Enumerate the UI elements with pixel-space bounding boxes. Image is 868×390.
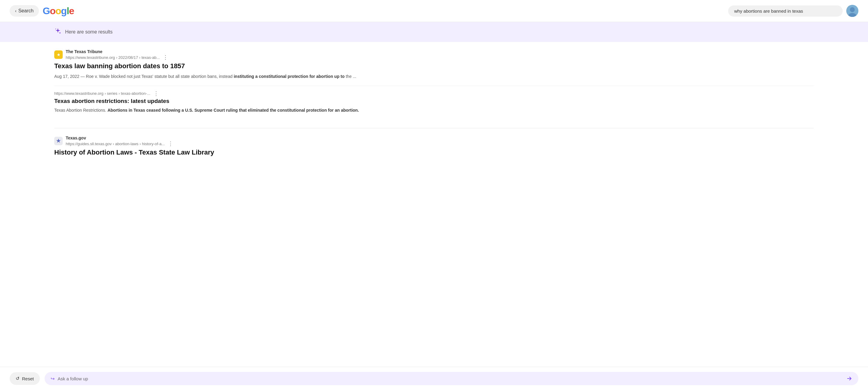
source-url-2: https://guides.sll.texas.gov › abortion-… [66,142,165,146]
source-info: The Texas Tribune https://www.texastribu… [66,49,169,60]
bottom-bar: ↺ Reset ↪ Ask a follow up [0,367,868,390]
source-favicon-2 [54,137,63,145]
sub-result-url: https://www.texastribune.org › series › … [54,91,150,96]
chevron-left-icon: ‹ [15,8,17,13]
result-title-2[interactable]: History of Abortion Laws - Texas State L… [54,148,814,157]
source-url-row-2: https://guides.sll.texas.gov › abortion-… [66,141,175,146]
more-options-button[interactable]: ⋮ [161,55,169,60]
snippet-bold: instituting a constitutional protection … [234,74,344,79]
snippet-end: the ... [344,74,356,79]
source-info-2: Texas.gov https://guides.sll.texas.gov ›… [66,136,175,146]
header-left: ‹ Search Google [10,5,74,17]
sub-snippet-bold: Abortions in Texas ceased following a U.… [107,108,359,113]
result-title[interactable]: Texas law banning abortion dates to 1857 [54,62,814,71]
sub-result: https://www.texastribune.org › series › … [54,86,814,113]
source-name: The Texas Tribune [66,49,169,54]
banner: Here are some results [0,22,868,42]
follow-up-input-area[interactable]: ↪ Ask a follow up [44,372,858,385]
sub-snippet-plain: Texas Abortion Restrictions. [54,108,107,113]
result-divider [54,128,814,128]
result-source: ★ The Texas Tribune https://www.texastri… [54,49,814,60]
sub-result-title[interactable]: Texas abortion restrictions: latest upda… [54,98,814,105]
result-snippet: Aug 17, 2022 — Roe v. Wade blocked not j… [54,73,814,80]
reset-label: Reset [22,376,34,381]
reset-button[interactable]: ↺ Reset [10,372,40,385]
result-source-2: Texas.gov https://guides.sll.texas.gov ›… [54,136,814,146]
search-query: why abortions are banned in texas [734,8,803,13]
follow-up-arrow-icon: ↪ [51,376,55,382]
snippet-plain: Aug 17, 2022 — Roe v. Wade blocked not j… [54,74,234,79]
header-right: why abortions are banned in texas [728,5,858,17]
more-options-button-2[interactable]: ⋮ [167,141,175,146]
banner-text: Here are some results [65,29,113,35]
sparkle-icon [54,27,61,36]
main-content: ★ The Texas Tribune https://www.texastri… [0,42,868,390]
source-name-2: Texas.gov [66,136,175,140]
result-card-2: Texas.gov https://guides.sll.texas.gov ›… [54,136,814,164]
source-url: https://www.texastribune.org › 2022/08/1… [66,55,160,60]
follow-up-send-button[interactable] [846,375,852,382]
avatar[interactable] [846,5,858,17]
google-logo: Google [42,5,74,17]
back-label: Search [19,8,34,13]
follow-up-placeholder: Ask a follow up [58,376,843,381]
svg-point-1 [850,7,855,12]
sub-result-more-button[interactable]: ⋮ [152,91,160,96]
header: ‹ Search Google why abortions are banned… [0,0,868,22]
sub-result-url-row: https://www.texastribune.org › series › … [54,91,814,96]
source-favicon: ★ [54,50,63,59]
result-card: ★ The Texas Tribune https://www.texastri… [54,49,814,121]
back-button[interactable]: ‹ Search [10,5,39,17]
source-url-row: https://www.texastribune.org › 2022/08/1… [66,55,169,60]
reset-icon: ↺ [16,376,20,381]
sub-result-snippet: Texas Abortion Restrictions. Abortions i… [54,107,814,113]
search-bar[interactable]: why abortions are banned in texas [728,5,843,17]
